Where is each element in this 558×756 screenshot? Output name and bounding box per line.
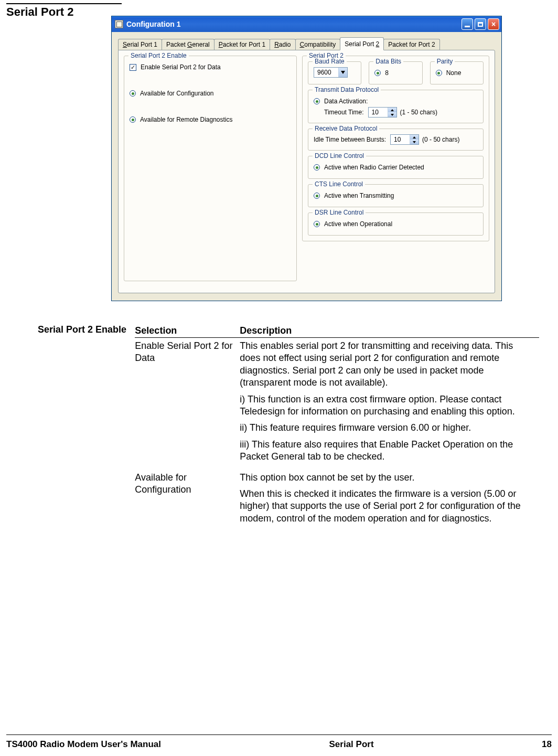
group-title: Serial Port 2 Enable — [128, 52, 189, 59]
radio-icon — [314, 98, 320, 104]
window-title: Configuration 1 — [126, 20, 462, 28]
tab-1[interactable]: Packet General — [162, 39, 214, 50]
footer-right: 18 — [542, 739, 552, 750]
footer-left: TS4000 Radio Modem User's Manual — [6, 739, 161, 750]
spinner-up-icon — [388, 108, 396, 112]
titlebar: Configuration 1 × — [112, 16, 501, 32]
spinner-up-icon — [410, 135, 418, 140]
timeout-value: 10 — [369, 109, 388, 116]
maximize-icon — [478, 22, 483, 27]
group-title: DCD Line Control — [313, 152, 366, 159]
avail-config-label: Available for Configuration — [140, 90, 214, 97]
avail-diag-label: Available for Remote Diagnostics — [140, 116, 233, 123]
radio-icon — [314, 193, 320, 199]
selection-cell: Available for Configuration — [135, 470, 240, 531]
selection-cell: Enable Serial Port 2 for Data — [135, 338, 240, 470]
dcd-label: Active when Radio Carrier Detected — [324, 164, 424, 171]
col-header-description: Description — [240, 324, 539, 338]
app-icon — [115, 20, 123, 28]
group-title: CTS Line Control — [313, 180, 365, 188]
idle-hint: (0 - 50 chars) — [422, 136, 459, 143]
page-footer: TS4000 Radio Modem User's Manual Serial … — [6, 739, 552, 750]
description-paragraph: This option box cannot be set by the use… — [240, 472, 533, 484]
data-bits-label: 8 — [385, 69, 389, 77]
group-receive-protocol: Receive Data Protocol Idle Time between … — [308, 129, 484, 151]
enable-sp2-label: Enable Serial Port 2 for Data — [141, 63, 221, 71]
data-activation-radio[interactable]: Data Activation: — [314, 98, 478, 105]
close-button[interactable]: × — [488, 18, 499, 30]
dsr-radio[interactable]: Active when Operational — [314, 220, 478, 228]
tab-6[interactable]: Packet for Port 2 — [383, 39, 439, 50]
group-transmit-protocol: Transmit Data Protocol Data Activation: … — [308, 90, 484, 123]
spinner-down-icon — [388, 112, 396, 117]
group-title: Baud Rate — [313, 58, 347, 65]
group-data-bits: Data Bits 8 — [369, 61, 422, 84]
description-paragraph: iii) This feature also requires that Ena… — [240, 439, 533, 463]
footer-rule — [6, 734, 552, 735]
timeout-hint: (1 - 50 chars) — [400, 109, 437, 116]
radio-icon — [314, 164, 320, 171]
footer-center: Serial Port — [329, 739, 374, 750]
top-rule — [6, 3, 122, 4]
tab-5[interactable]: Serial Port 2 — [340, 37, 384, 50]
group-sp2-enable: Serial Port 2 Enable ✓ Enable Serial Por… — [124, 56, 297, 281]
group-dcd: DCD Line Control Active when Radio Carri… — [308, 156, 484, 179]
radio-icon — [130, 90, 136, 97]
description-paragraph: i) This function is an extra cost firmwa… — [240, 393, 533, 418]
group-sp2-settings: Serial Port 2 Baud Rate 9600 — [302, 56, 489, 241]
minimize-icon — [465, 26, 470, 27]
description-cell: This enables serial port 2 for transmitt… — [240, 338, 539, 470]
parity-label: None — [446, 69, 462, 77]
group-title: Data Bits — [373, 58, 403, 65]
avail-config-radio[interactable]: Available for Configuration — [130, 90, 291, 97]
parity-none-radio[interactable]: None — [436, 69, 478, 77]
group-dsr: DSR Line Control Active when Operational — [308, 212, 484, 236]
cts-label: Active when Transmitting — [324, 192, 394, 199]
idle-label: Idle Time between Bursts: — [314, 136, 386, 143]
description-paragraph: When this is checked it indicates the fi… — [240, 488, 533, 525]
cts-radio[interactable]: Active when Transmitting — [314, 192, 478, 199]
table-row: Enable Serial Port 2 for DataThis enable… — [135, 338, 539, 470]
tab-4[interactable]: Compatibility — [295, 39, 341, 50]
close-icon: × — [491, 20, 496, 28]
chevron-down-icon — [338, 68, 347, 77]
baud-rate-value: 9600 — [314, 69, 338, 76]
group-title: DSR Line Control — [313, 209, 366, 216]
tab-3[interactable]: Radio — [270, 39, 295, 50]
group-title: Parity — [435, 58, 455, 65]
description-paragraph: This enables serial port 2 for transmitt… — [240, 340, 533, 389]
radio-icon — [374, 70, 381, 76]
data-activation-label: Data Activation: — [324, 98, 368, 105]
radio-icon — [314, 221, 320, 227]
tab-0[interactable]: Serial Port 1 — [118, 39, 162, 50]
timeout-label: Timeout Time: — [324, 109, 364, 116]
radio-icon — [436, 70, 442, 76]
baud-rate-select[interactable]: 9600 — [314, 67, 348, 78]
maximize-button[interactable] — [475, 18, 486, 30]
data-bits-8-radio[interactable]: 8 — [374, 69, 416, 77]
avail-diag-radio[interactable]: Available for Remote Diagnostics — [130, 116, 291, 123]
timeout-spinner[interactable]: 10 — [368, 107, 397, 118]
description-cell: This option box cannot be set by the use… — [240, 470, 539, 531]
enable-sp2-checkbox[interactable]: ✓ Enable Serial Port 2 for Data — [130, 63, 291, 71]
dcd-radio[interactable]: Active when Radio Carrier Detected — [314, 164, 478, 171]
checkbox-icon: ✓ — [130, 64, 136, 71]
group-baud-rate: Baud Rate 9600 — [308, 61, 361, 84]
description-paragraph: ii) This feature requires firmware versi… — [240, 422, 533, 434]
tab-strip: Serial Port 1Packet GeneralPacket for Po… — [118, 37, 495, 50]
radio-icon — [130, 116, 136, 123]
description-table: Selection Description Enable Serial Port… — [135, 324, 539, 531]
config-window: Configuration 1 × Serial Port 1Packet Ge… — [111, 16, 502, 301]
group-title: Transmit Data Protocol — [313, 86, 381, 93]
col-header-selection: Selection — [135, 324, 240, 338]
group-title: Receive Data Protocol — [313, 125, 379, 132]
table-row: Available for ConfigurationThis option b… — [135, 470, 539, 531]
minimize-button[interactable] — [462, 18, 473, 30]
group-parity: Parity None — [430, 61, 484, 84]
narrative-row-label: Serial Port 2 Enable — [38, 324, 135, 531]
spinner-down-icon — [410, 140, 418, 144]
idle-time-spinner[interactable]: 10 — [390, 134, 419, 145]
group-cts: CTS Line Control Active when Transmittin… — [308, 184, 484, 207]
idle-value: 10 — [391, 136, 410, 143]
tab-2[interactable]: Packet for Port 1 — [214, 39, 270, 50]
